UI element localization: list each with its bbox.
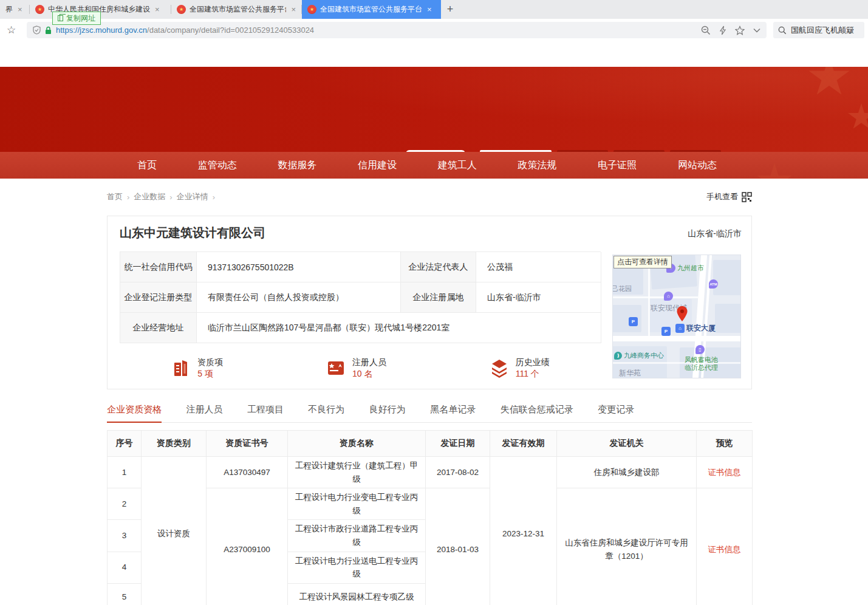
tab-projects[interactable]: 工程项目	[247, 404, 284, 422]
zoom-out-icon[interactable]	[701, 26, 711, 35]
map-road	[613, 296, 698, 298]
map-block	[713, 260, 741, 295]
copy-icon	[58, 15, 63, 21]
shield-icon[interactable]	[33, 26, 41, 35]
stat-label: 历史业绩	[516, 357, 550, 368]
legal-rep-value: 公茂福	[476, 252, 601, 282]
certificate-info-link[interactable]: 证书信息	[708, 545, 741, 554]
cell-qual-name: 工程设计风景园林工程专项乙级	[288, 583, 426, 605]
tab-close-icon[interactable]: ×	[427, 5, 432, 14]
nav-item-supervision[interactable]: 监管动态	[198, 159, 237, 172]
tab-dishonesty-records[interactable]: 失信联合惩戒记录	[501, 404, 573, 422]
site-favicon-icon: ★	[35, 5, 44, 14]
browser-tab-partial[interactable]: 界 ×	[0, 0, 29, 19]
browser-tab-jzsc[interactable]: ★ 全国建筑市场监管公共服务平台 ×	[171, 0, 301, 19]
nav-item-credit[interactable]: 信用建设	[358, 159, 397, 172]
cell-category: 设计资质	[142, 457, 207, 605]
cell-index: 3	[108, 520, 142, 552]
credit-code-value: 91371302675501022B	[197, 252, 401, 282]
stat-value: 5 项	[197, 368, 223, 380]
field-label: 企业法定代表人	[401, 252, 476, 282]
quick-search-text: 国航回应飞机颠簸	[791, 25, 854, 36]
reg-region-value: 山东省-临沂市	[476, 282, 601, 313]
tab-close-icon[interactable]: ×	[18, 5, 22, 14]
breadcrumb-home[interactable]: 首页	[107, 191, 123, 202]
cell-index: 4	[108, 552, 142, 583]
nav-item-e-license[interactable]: 电子证照	[598, 159, 637, 172]
tab-registered-personnel[interactable]: 注册人员	[186, 404, 222, 422]
stat-label: 注册人员	[352, 357, 386, 368]
mobile-view-link[interactable]: 手机查看	[706, 191, 752, 202]
tab-qualifications[interactable]: 企业资质资格	[107, 404, 162, 423]
map-poi-garden: 己花园	[612, 284, 632, 293]
certificate-info-link[interactable]: 证书信息	[708, 468, 741, 477]
cell-issuer: 山东省住房和城乡建设厅许可专用章（1201）	[557, 488, 697, 605]
https-lock-icon	[45, 26, 52, 35]
stat-qualifications: 资质项 5 项	[171, 357, 223, 380]
site-header-banner: 中华人民共和国住房和城乡建设部 www.mohurd.gov.cn 全国建筑市场…	[0, 67, 868, 152]
address-value: 临沂市兰山区陶然路107号星河晶都（联安）现代城1号楼2201室	[197, 313, 601, 343]
cell-qual-name: 工程设计电力行业变电工程专业丙级	[288, 488, 426, 520]
company-location-map[interactable]: 点击可查看详情 ♆九州超市 ATM 己花园 ⌂ 联安现代城 ⌂联安大厦 P P …	[612, 255, 741, 378]
tab-good-behavior[interactable]: 良好行为	[369, 404, 406, 422]
tab-title: 全国建筑市场监管公共服务平台	[320, 4, 422, 15]
cell-issue-date: 2017-08-02	[426, 457, 490, 488]
mobile-view-label: 手机查看	[706, 191, 738, 202]
url-domain: https://jzsc.mohurd.gov.cn	[56, 26, 147, 35]
stat-label: 资质项	[197, 357, 223, 368]
company-summary-panel: 山东中元建筑设计有限公司 山东省-临沂市 统一社会信用代码 9137130267…	[107, 216, 752, 389]
table-header-row: 序号 资质类别 资质证书号 资质名称 发证日期 发证有效期 发证机关 预览	[108, 431, 753, 457]
company-info-table: 统一社会信用代码 91371302675501022B 企业法定代表人 公茂福 …	[120, 251, 601, 343]
company-region: 山东省-临沂市	[688, 228, 742, 239]
map-road	[613, 362, 741, 364]
nav-item-policy[interactable]: 政策法规	[518, 159, 557, 172]
col-header-cert-no: 资质证书号	[207, 431, 288, 457]
field-label: 企业登记注册类型	[120, 282, 197, 313]
cell-qual-name: 工程设计建筑行业（建筑工程）甲级	[288, 457, 426, 488]
tab-bad-behavior[interactable]: 不良行为	[308, 404, 344, 422]
col-header-category: 资质类别	[142, 431, 207, 457]
search-icon	[778, 26, 787, 35]
map-poi-business-center: ❫九峰商务中心	[614, 351, 664, 360]
cell-index: 1	[108, 457, 142, 488]
new-tab-button[interactable]: +	[441, 0, 459, 19]
favorite-star-icon[interactable]	[735, 26, 745, 35]
address-bar[interactable]: https://jzsc.mohurd.gov.cn/data/company/…	[27, 22, 767, 38]
address-bar-actions	[701, 26, 760, 35]
cell-validity: 2023-12-31	[490, 457, 557, 605]
col-header-validity: 发证有效期	[490, 431, 557, 457]
flag-star-decoration	[756, 163, 793, 179]
tab-close-icon[interactable]: ×	[155, 5, 160, 14]
nav-item-home[interactable]: 首页	[137, 159, 157, 172]
site-favicon-icon: ★	[307, 5, 316, 14]
nav-item-data-service[interactable]: 数据服务	[278, 159, 316, 172]
tab-close-icon[interactable]: ×	[291, 5, 296, 14]
nav-item-site-news[interactable]: 网站动态	[678, 159, 717, 172]
cell-issuer: 住房和城乡建设部	[557, 457, 697, 488]
qr-code-icon	[742, 192, 752, 202]
browser-tab-active[interactable]: ★ 全国建筑市场监管公共服务平台 ×	[302, 0, 441, 19]
stat-value: 10 名	[352, 368, 386, 380]
lightning-icon[interactable]	[719, 26, 726, 35]
cell-issue-date: 2018-01-03	[426, 488, 490, 605]
stat-registered-personnel: 注册人员 10 名	[326, 357, 386, 380]
layers-icon	[489, 358, 510, 378]
cell-qual-name: 工程设计电力行业送电工程专业丙级	[288, 552, 426, 583]
cell-cert-no: A137030497	[207, 457, 288, 488]
breadcrumb-company-data[interactable]: 企业数据	[134, 191, 165, 202]
reg-type-value: 有限责任公司（自然人投资或控股）	[197, 282, 401, 313]
col-header-index: 序号	[108, 431, 142, 457]
building-icon	[171, 358, 191, 378]
map-pin-icon	[677, 306, 688, 322]
cell-preview: 证书信息	[697, 488, 753, 605]
map-poi-supermarket: ♆九州超市	[666, 264, 704, 273]
nav-item-workers[interactable]: 建筑工人	[438, 159, 477, 172]
field-label: 统一社会信用代码	[120, 252, 197, 282]
cell-index: 2	[108, 488, 142, 520]
map-poi-atm: ATM	[709, 279, 718, 289]
tab-blacklist[interactable]: 黑名单记录	[430, 404, 476, 422]
tab-change-records[interactable]: 变更记录	[598, 404, 634, 422]
quick-search-box[interactable]: 国航回应飞机颠簸	[773, 22, 864, 38]
bookmark-star-icon[interactable]: ☆	[7, 24, 16, 36]
chevron-down-icon[interactable]	[753, 28, 760, 33]
